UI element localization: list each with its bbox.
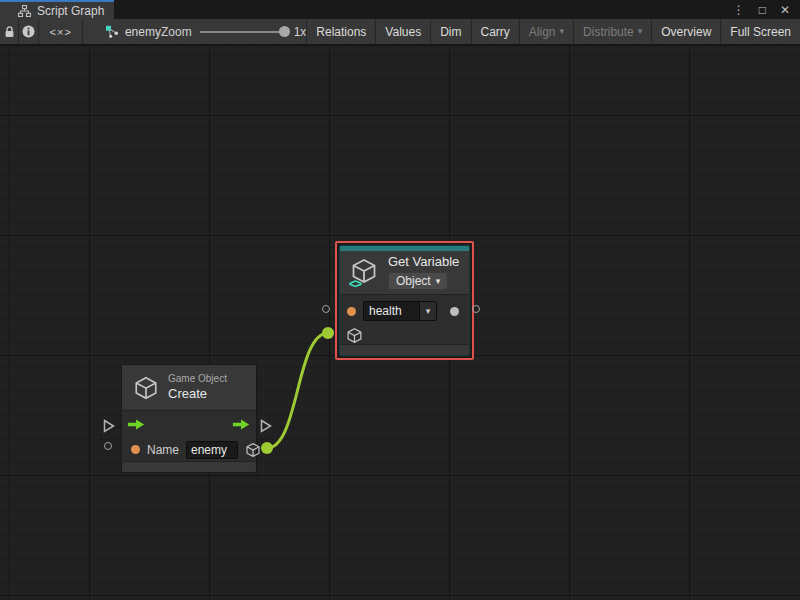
breadcrumb-graph-name: enemy xyxy=(125,25,161,39)
toolbar-buttons: Relations Values Dim Carry Align ▾ Distr… xyxy=(306,19,800,44)
lock-button[interactable] xyxy=(0,19,19,44)
caret-down-icon: ▾ xyxy=(560,27,565,36)
graph-asset-icon xyxy=(105,25,119,38)
code-preview-glyph: <×> xyxy=(50,26,72,38)
align-button[interactable]: Align ▾ xyxy=(519,19,573,44)
zoom-value: 1x xyxy=(294,25,307,39)
tab-bar: Script Graph ⋮ □ ✕ xyxy=(0,0,800,19)
caret-down-icon: ▾ xyxy=(638,27,643,36)
caret-down-icon: ▾ xyxy=(426,307,431,316)
lock-icon xyxy=(4,26,15,38)
carry-button[interactable]: Carry xyxy=(471,19,519,44)
graph-canvas[interactable]: Game Object Create Name xyxy=(0,46,800,600)
close-icon[interactable]: ✕ xyxy=(780,4,790,16)
node-title: Create xyxy=(168,386,227,402)
getvar-object-in-port[interactable] xyxy=(322,327,334,339)
menu-icon[interactable]: ⋮ xyxy=(733,4,745,16)
connection-wire[interactable] xyxy=(267,333,328,448)
name-input[interactable] xyxy=(186,441,238,459)
object-target-cube-icon[interactable] xyxy=(346,327,363,344)
node-title: Get Variable xyxy=(388,255,459,269)
node-create-footer xyxy=(122,461,256,472)
script-graph-window: Script Graph ⋮ □ ✕ <×> xyxy=(0,0,800,600)
node-get-variable-header: <> Get Variable Object ▾ xyxy=(340,251,469,295)
window-controls: ⋮ □ ✕ xyxy=(733,0,800,19)
full-screen-button[interactable]: Full Screen xyxy=(720,19,800,44)
value-output-port[interactable] xyxy=(450,307,459,316)
variable-name-select[interactable]: health ▾ xyxy=(363,301,437,321)
node-create[interactable]: Game Object Create Name xyxy=(121,364,257,473)
zoom-slider-handle[interactable] xyxy=(279,26,290,37)
node-get-variable[interactable]: <> Get Variable Object ▾ health xyxy=(339,245,470,356)
info-icon xyxy=(22,25,35,38)
zoom-slider[interactable] xyxy=(200,31,286,33)
create-flow-in-port[interactable] xyxy=(103,419,115,433)
create-value-out-port[interactable] xyxy=(261,442,273,454)
variable-kind-dropdown[interactable]: Object ▾ xyxy=(388,272,448,290)
tab-script-graph[interactable]: Script Graph xyxy=(0,0,114,19)
relations-button[interactable]: Relations xyxy=(306,19,375,44)
object-target-row xyxy=(340,327,469,344)
cube-icon xyxy=(133,375,159,401)
node-category: Game Object xyxy=(168,373,227,386)
flow-port-row xyxy=(122,411,256,438)
distribute-button[interactable]: Distribute ▾ xyxy=(573,19,651,44)
variable-name-input-port[interactable] xyxy=(347,307,356,316)
getvar-value-out-port[interactable] xyxy=(472,305,480,313)
variable-select-caret[interactable]: ▾ xyxy=(419,301,437,321)
name-label: Name xyxy=(147,443,179,457)
node-get-variable-footer xyxy=(340,344,469,355)
graph-toolbar: <×> enemy Zoom 1x Relations Values Dim C… xyxy=(0,19,800,46)
name-port-row: Name xyxy=(122,438,256,461)
caret-down-icon: ▾ xyxy=(436,277,441,286)
name-input-port[interactable] xyxy=(131,445,140,454)
code-brackets-icon: <> xyxy=(349,277,361,291)
code-preview-button[interactable]: <×> xyxy=(39,19,82,44)
dim-button[interactable]: Dim xyxy=(430,19,470,44)
breadcrumb[interactable]: enemy xyxy=(83,19,161,44)
hierarchy-icon xyxy=(18,5,31,17)
create-flow-out-port[interactable] xyxy=(260,419,272,433)
zoom-label: Zoom xyxy=(161,25,192,39)
selection-outline: <> Get Variable Object ▾ health xyxy=(335,241,474,360)
info-button[interactable] xyxy=(19,19,39,44)
overview-button[interactable]: Overview xyxy=(651,19,720,44)
tab-title: Script Graph xyxy=(37,4,104,18)
getvar-name-in-port[interactable] xyxy=(322,305,330,313)
flow-out-arrow-icon[interactable] xyxy=(232,418,250,431)
gameobject-output-icon[interactable] xyxy=(245,442,261,458)
node-create-header: Game Object Create xyxy=(122,365,256,411)
values-button[interactable]: Values xyxy=(375,19,430,44)
maximize-icon[interactable]: □ xyxy=(759,4,766,16)
zoom-control: Zoom 1x xyxy=(161,19,306,44)
variable-name-row: health ▾ xyxy=(340,295,469,327)
flow-in-arrow-icon[interactable] xyxy=(127,418,145,431)
create-name-in-port[interactable] xyxy=(104,442,112,450)
variable-name-value: health xyxy=(363,301,419,321)
